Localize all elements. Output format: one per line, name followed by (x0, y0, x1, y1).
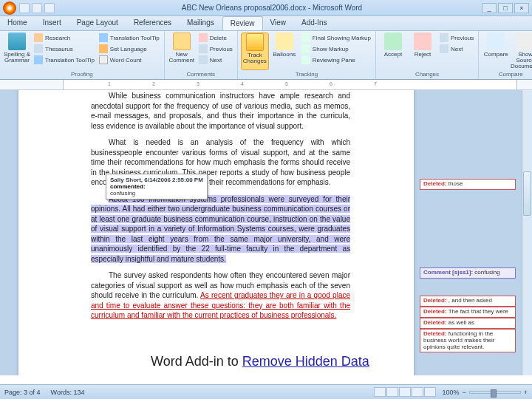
display-dropdown[interactable]: Final Showing Markup (300, 33, 372, 43)
word-count-button[interactable]: Word Count (98, 55, 161, 65)
title-bar: ABC New Orleans proposal2006.docx - Micr… (0, 0, 532, 16)
maximize-button[interactable]: □ (498, 3, 513, 13)
research-button[interactable]: Research (33, 33, 96, 43)
prev-change-button[interactable]: Previous (438, 33, 475, 43)
group-proofing: Spelling & Grammar Research Thesaurus Tr… (0, 31, 165, 79)
group-comments: New Comment Delete Previous Next Comment… (165, 31, 238, 79)
window-title: ABC New Orleans proposal2006.docx - Micr… (62, 4, 482, 12)
paragraph[interactable]: While business communication instructors… (91, 91, 350, 131)
comment-tooltip: Sally Short, 6/14/2006 2:55:00 PM commen… (106, 174, 208, 200)
tab-references[interactable]: References (126, 16, 180, 30)
tab-page-layout[interactable]: Page Layout (69, 16, 126, 30)
paragraph[interactable]: The survey asked respondents how often t… (91, 270, 350, 321)
word-count[interactable]: Words: 134 (51, 389, 85, 396)
redo-icon[interactable] (44, 3, 55, 13)
comment-callout[interactable]: Comment [sjss1]: confusing (420, 267, 516, 279)
scroll-thumb[interactable] (523, 171, 531, 216)
group-label: Comments (168, 70, 234, 78)
delete-comment-button[interactable]: Delete (197, 33, 234, 43)
close-button[interactable]: × (514, 3, 529, 13)
thesaurus-button[interactable]: Thesaurus (33, 44, 96, 54)
deleted-callout[interactable]: Deleted: as well as (420, 318, 516, 329)
translate-button[interactable]: Translation ToolTip (33, 55, 96, 65)
status-bar: Page: 3 of 4 Words: 134 100% − + (0, 384, 532, 399)
deleted-callout[interactable]: Deleted: functioning in the business wor… (420, 329, 516, 352)
group-label: Changes (379, 70, 475, 78)
zoom-out-button[interactable]: − (462, 389, 466, 396)
draft-view[interactable] (424, 387, 436, 397)
spelling-button[interactable]: Spelling & Grammar (3, 33, 31, 70)
ribbon: Spelling & Grammar Research Thesaurus Tr… (0, 31, 532, 80)
comment-body: confusing (110, 190, 203, 197)
translation-tooltip-button[interactable]: Translation ToolTip (98, 33, 161, 43)
tab-home[interactable]: Home (0, 16, 35, 30)
zoom-in-button[interactable]: + (524, 389, 528, 396)
deleted-callout[interactable]: Deleted: , and then asked (420, 296, 516, 307)
comment-header: Sally Short, 6/14/2006 2:55:00 PM (110, 177, 203, 183)
tab-mailings[interactable]: Mailings (180, 16, 222, 30)
document-area: While business communication instructors… (0, 90, 532, 375)
group-compare: Compare Show Source Documents Compare (479, 31, 532, 79)
minimize-button[interactable]: _ (482, 3, 497, 13)
outline-view[interactable] (412, 387, 423, 397)
tab-add-ins[interactable]: Add-Ins (294, 16, 335, 30)
caption-link[interactable]: Remove Hidden Data (242, 354, 369, 369)
tab-review[interactable]: Review (222, 16, 263, 30)
undo-icon[interactable] (32, 3, 42, 13)
next-change-button[interactable]: Next (438, 44, 475, 54)
tab-view[interactable]: View (263, 16, 295, 30)
track-changes-button[interactable]: Track Changes (241, 33, 269, 70)
view-buttons (374, 387, 436, 397)
web-layout-view[interactable] (399, 387, 411, 397)
vertical-scrollbar[interactable] (522, 90, 532, 375)
show-source-button[interactable]: Show Source Documents (511, 33, 532, 70)
zoom-control: 100% − + (442, 389, 528, 396)
balloons-button[interactable]: Balloons (270, 33, 299, 70)
reject-button[interactable]: Reject (409, 33, 437, 70)
show-markup-button[interactable]: Show Markup (300, 44, 372, 54)
accept-button[interactable]: Accept (379, 33, 407, 70)
save-icon[interactable] (19, 3, 30, 13)
paragraph[interactable]: About 100 information systems profession… (91, 194, 350, 265)
zoom-slider[interactable] (469, 391, 521, 394)
set-language-button[interactable]: Set Language (98, 44, 161, 54)
zoom-level[interactable]: 100% (442, 389, 459, 396)
reviewing-pane-button[interactable]: Reviewing Pane (300, 55, 372, 65)
slide-caption: Word Add-in to Remove Hidden Data (148, 352, 372, 371)
next-comment-button[interactable]: Next (197, 55, 234, 65)
quick-access-toolbar (19, 3, 55, 13)
group-tracking: Track Changes Balloons Final Showing Mar… (238, 31, 376, 79)
deleted-callout[interactable]: Deleted: The fact that they were (420, 307, 516, 318)
comment-action: commented: (110, 183, 203, 190)
prev-comment-button[interactable]: Previous (197, 44, 234, 54)
new-comment-button[interactable]: New Comment (168, 33, 196, 70)
group-label: Tracking (241, 70, 372, 78)
full-screen-view[interactable] (386, 387, 398, 397)
group-label: Compare (482, 70, 532, 78)
group-label: Proofing (3, 70, 161, 78)
page[interactable]: While business communication instructors… (18, 90, 414, 375)
page-indicator[interactable]: Page: 3 of 4 (4, 389, 41, 396)
compare-button[interactable]: Compare (482, 33, 510, 70)
office-button[interactable] (3, 1, 16, 15)
tab-insert[interactable]: Insert (35, 16, 69, 30)
horizontal-ruler[interactable]: 1234567 (0, 80, 532, 90)
group-changes: Accept Reject Previous Next Changes (376, 31, 479, 79)
ribbon-tabs: HomeInsertPage LayoutReferencesMailingsR… (0, 16, 532, 31)
deleted-callout[interactable]: Deleted: those (420, 179, 516, 190)
print-layout-view[interactable] (374, 387, 386, 397)
